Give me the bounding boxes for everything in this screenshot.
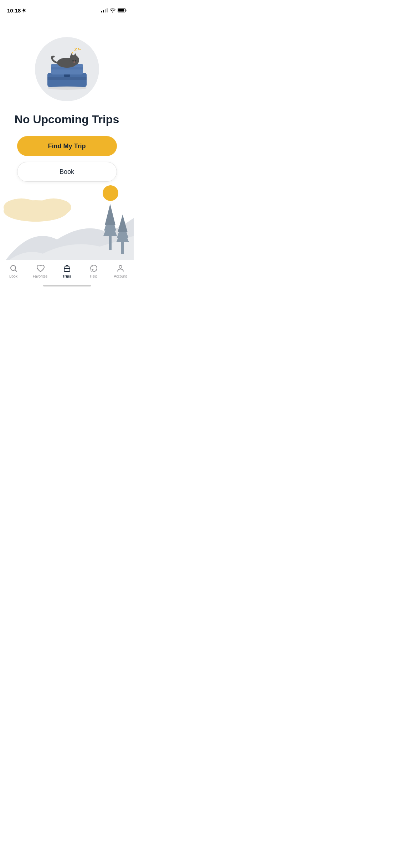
- svg-text:Z: Z: [78, 48, 81, 51]
- svg-rect-2: [118, 9, 124, 12]
- svg-marker-27: [103, 218, 117, 236]
- svg-point-37: [92, 267, 93, 267]
- main-content: z Z Z: [0, 16, 134, 182]
- svg-point-25: [36, 198, 71, 216]
- svg-point-24: [4, 198, 39, 216]
- svg-rect-35: [64, 267, 70, 272]
- svg-rect-10: [64, 74, 70, 77]
- signal-bar-3: [105, 9, 106, 12]
- svg-marker-29: [105, 204, 115, 225]
- svg-rect-9: [47, 77, 87, 80]
- signal-bar-1: [101, 11, 102, 12]
- status-time: 10:18: [7, 7, 26, 14]
- no-trips-title: No Upcoming Trips: [7, 113, 126, 126]
- favorites-tab-label: Favorites: [33, 274, 47, 278]
- status-bar: 10:18: [0, 0, 134, 16]
- trips-tab-icon: [62, 264, 72, 273]
- svg-rect-26: [109, 232, 112, 250]
- wifi-icon: [110, 8, 115, 12]
- svg-point-21: [47, 86, 87, 90]
- svg-marker-33: [118, 215, 128, 232]
- account-tab-icon: [116, 264, 125, 273]
- svg-rect-30: [121, 239, 124, 254]
- book-button[interactable]: Book: [17, 162, 117, 182]
- tab-trips[interactable]: Trips: [53, 264, 80, 278]
- svg-marker-32: [117, 221, 128, 238]
- cat-luggage-illustration: z Z Z: [42, 48, 92, 91]
- trips-tab-label: Trips: [63, 274, 71, 278]
- location-icon: [22, 8, 26, 12]
- svg-point-23: [4, 200, 68, 222]
- svg-point-20: [73, 62, 75, 63]
- svg-marker-31: [116, 227, 129, 242]
- book-tab-label: Book: [9, 274, 17, 278]
- illustration-circle: z Z Z: [35, 37, 99, 101]
- favorites-tab-icon: [36, 264, 45, 273]
- signal-strength: [101, 8, 108, 12]
- status-icons: [101, 8, 127, 12]
- svg-marker-17: [73, 53, 77, 57]
- battery-icon: [118, 8, 127, 12]
- svg-point-38: [119, 265, 122, 268]
- tab-favorites[interactable]: Favorites: [27, 264, 53, 278]
- svg-rect-1: [126, 10, 127, 11]
- svg-text:Z: Z: [74, 48, 77, 52]
- account-tab-label: Account: [114, 274, 127, 278]
- home-indicator: [43, 285, 91, 286]
- svg-marker-28: [104, 211, 116, 231]
- help-tab-label: Help: [90, 274, 97, 278]
- signal-bar-4: [107, 8, 108, 12]
- svg-point-15: [69, 55, 79, 65]
- signal-bar-2: [103, 10, 104, 12]
- svg-point-22: [103, 185, 118, 201]
- book-tab-icon: [9, 264, 18, 273]
- tab-account[interactable]: Account: [107, 264, 134, 278]
- help-tab-icon: [89, 264, 98, 273]
- tab-book[interactable]: Book: [0, 264, 27, 278]
- time-display: 10:18: [7, 7, 21, 14]
- tab-help[interactable]: Help: [80, 264, 107, 278]
- find-my-trip-button[interactable]: Find My Trip: [17, 136, 117, 156]
